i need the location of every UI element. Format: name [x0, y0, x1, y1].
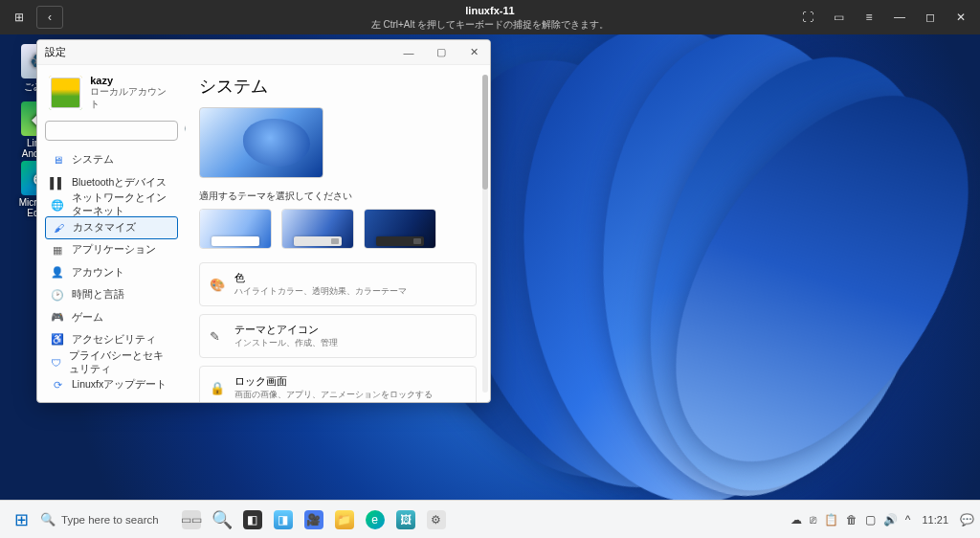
lock-icon: 🔒	[210, 381, 225, 395]
time-icon: 🕑	[51, 288, 64, 302]
sidebar-search[interactable]: 🔍	[45, 121, 178, 141]
start-button[interactable]: ⊞	[7, 505, 35, 534]
taskbar-meet[interactable]: 🎥	[300, 505, 328, 534]
nav-system-label: システム	[72, 153, 114, 167]
accessibility-icon: ♿	[51, 333, 64, 347]
row-lock-title: ロック画面	[234, 374, 433, 389]
nav-time[interactable]: 🕑時間と言語	[45, 283, 178, 305]
customize-icon: 🖌	[52, 221, 65, 235]
tray-chevron-icon[interactable]: ^	[905, 513, 911, 527]
tray-trash-icon[interactable]: 🗑	[846, 513, 858, 527]
nav-apps[interactable]: ▦アプリケーション	[45, 239, 178, 261]
taskbar-edge[interactable]: e	[361, 505, 390, 534]
gear-icon: ⚙	[427, 510, 446, 529]
nav-games[interactable]: 🎮ゲーム	[45, 306, 178, 328]
capture-hint: 左 Ctrl+Alt を押してキーボードの捕捉を解除できます。	[371, 18, 610, 31]
taskbar-search[interactable]: 🔍 Type here to search	[36, 505, 168, 534]
row-colors[interactable]: 🎨 色 ハイライトカラー、透明効果、カラーテーマ	[199, 262, 477, 306]
settings-sidebar: kazy ローカルアカウント 🔍 🖥システム ▌▌Bluetoothとデバイス …	[37, 65, 186, 402]
window-minimize-button[interactable]: —	[392, 40, 425, 65]
window-close-button[interactable]: ✕	[457, 40, 490, 65]
nav-apps-label: アプリケーション	[72, 243, 156, 257]
search-input[interactable]	[46, 125, 184, 137]
wallpaper-preview[interactable]	[199, 107, 323, 178]
nav-customize[interactable]: 🖌カスタマイズ	[45, 216, 178, 238]
nav-customize-label: カスタマイズ	[73, 221, 136, 235]
video-icon: 🎥	[304, 510, 323, 529]
theme-dark[interactable]	[364, 209, 436, 249]
user-subtitle: ローカルアカウント	[90, 86, 174, 111]
host-titlebar: ⊞ ‹ linuxfx-11 左 Ctrl+Alt を押してキーボードの捕捉を解…	[0, 0, 980, 34]
gallery-icon: 🖼	[396, 510, 415, 529]
magnifier-icon: 🔍	[212, 509, 233, 530]
scrollbar-thumb[interactable]	[482, 75, 488, 190]
app-dark-icon: ◧	[243, 510, 262, 529]
taskbar-files[interactable]: 📁	[330, 505, 359, 534]
menu-icon[interactable]: ≡	[856, 6, 882, 29]
tray-cloud-icon[interactable]: ☁	[791, 513, 802, 527]
tray-volume-icon[interactable]: 🔊	[883, 513, 898, 527]
row-themes-title: テーマとアイコン	[234, 323, 338, 337]
search-placeholder: Type here to search	[61, 514, 159, 526]
tray-display-icon[interactable]: ▢	[865, 513, 876, 527]
content-scrollbar[interactable]	[482, 75, 488, 392]
row-colors-title: 色	[234, 271, 407, 285]
avatar	[49, 76, 82, 110]
user-name: kazy	[90, 75, 174, 86]
row-themes-desc: インストール、作成、管理	[234, 337, 338, 349]
edge-icon: e	[366, 510, 385, 529]
tray-device-icon[interactable]: ⎚	[810, 513, 816, 527]
host-app-icon[interactable]: ⊞	[6, 6, 33, 29]
bluetooth-icon: ▌▌	[51, 176, 64, 190]
taskbar-gallery[interactable]: 🖼	[391, 505, 420, 534]
row-themes[interactable]: ✎ テーマとアイコン インストール、作成、管理	[199, 314, 477, 358]
nav-privacy-label: プライバシーとセキュリティ	[69, 349, 172, 376]
theme-mixed[interactable]	[281, 209, 354, 249]
settings-title: 設定	[45, 45, 66, 59]
update-icon: ⟳	[51, 378, 64, 392]
taskbar-settings[interactable]: ⚙	[422, 505, 451, 534]
task-view-button[interactable]: ▭▭	[177, 505, 206, 534]
taskbar-app-2[interactable]: ◨	[269, 505, 298, 534]
settings-titlebar[interactable]: 設定 — ▢ ✕	[37, 40, 490, 65]
nav-update-label: Linuxfxアップデート	[72, 378, 167, 392]
palette-icon: 🎨	[210, 278, 225, 292]
games-icon: 🎮	[51, 311, 64, 325]
nav-time-label: 時間と言語	[72, 288, 124, 302]
theme-options	[199, 209, 477, 249]
close-button[interactable]: ✕	[947, 6, 974, 29]
nav-accessibility[interactable]: ♿アクセシビリティ	[45, 328, 178, 350]
content-heading: システム	[199, 75, 477, 98]
row-lock[interactable]: 🔒 ロック画面 画面の画像、アプリ、アニメーションをロックする	[199, 366, 477, 402]
host-title: linuxfx-11 左 Ctrl+Alt を押してキーボードの捕捉を解除できま…	[371, 4, 610, 30]
window-maximize-button[interactable]: ▢	[425, 40, 457, 65]
system-tray: ☁ ⎚ 📋 🗑 ▢ 🔊 ^ 11:21 💬	[791, 513, 974, 527]
taskbar-app-1[interactable]: ◧	[238, 505, 267, 534]
fullscreen-icon[interactable]: ⛶	[794, 6, 821, 29]
nav-bluetooth-label: Bluetoothとデバイス	[72, 176, 167, 190]
nav-accessibility-label: アクセシビリティ	[72, 333, 156, 347]
search-app-button[interactable]: 🔍	[208, 505, 236, 534]
tray-clipboard-icon[interactable]: 📋	[824, 513, 838, 527]
hostname-label: linuxfx-11	[371, 4, 610, 17]
nav-update[interactable]: ⟳Linuxfxアップデート	[45, 374, 178, 396]
keyboard-icon[interactable]: ▭	[825, 6, 852, 29]
back-button[interactable]: ‹	[36, 6, 63, 29]
theme-light[interactable]	[199, 209, 272, 249]
nav-games-label: ゲーム	[72, 311, 103, 325]
nav-privacy[interactable]: 🛡プライバシーとセキュリティ	[45, 351, 178, 374]
nav-network[interactable]: 🌐ネットワークとインターネット	[45, 193, 178, 216]
tray-notification-icon[interactable]: 💬	[960, 513, 974, 527]
desktop[interactable]: ♻ ごみ箱 ◆ Linux Android e Microsoft Edge 設…	[0, 34, 980, 500]
settings-window: 設定 — ▢ ✕ kazy ローカルアカウント 🔍	[36, 39, 491, 403]
nav-account[interactable]: 👤アカウント	[45, 261, 178, 283]
taskbar: ⊞ 🔍 Type here to search ▭▭ 🔍 ◧ ◨ 🎥 📁 e 🖼…	[0, 500, 980, 538]
minimize-button[interactable]: —	[886, 6, 913, 29]
nav-system[interactable]: 🖥システム	[45, 148, 178, 170]
profile[interactable]: kazy ローカルアカウント	[45, 71, 178, 121]
nav-bluetooth[interactable]: ▌▌Bluetoothとデバイス	[45, 171, 178, 193]
privacy-icon: 🛡	[51, 356, 61, 370]
row-colors-desc: ハイライトカラー、透明効果、カラーテーマ	[234, 285, 407, 298]
maximize-button[interactable]: ◻	[917, 6, 944, 29]
taskbar-clock[interactable]: 11:21	[918, 514, 952, 526]
